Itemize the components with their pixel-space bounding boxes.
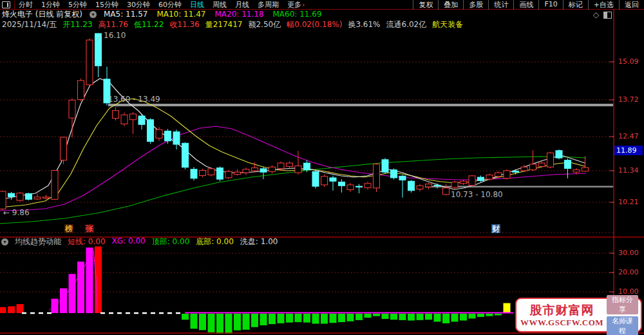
stock-dropdown-icon[interactable]: ▾: [90, 11, 97, 18]
quote-field: 量217417: [205, 19, 243, 28]
chart-title-row: 烽火电子 (日线 前复权) ▾ MA5: 11.57MA10: 11.47MA2…: [2, 10, 322, 19]
price-axis-label: 15.09: [618, 57, 639, 66]
nav-button-+自选[interactable]: +自选: [588, 0, 619, 10]
quote-field: 额2.50亿: [248, 19, 281, 28]
watermark-title: 股市财富网: [520, 303, 603, 318]
nav-button-F10[interactable]: F10: [538, 0, 562, 10]
ma-label: MA10: 11.47: [156, 10, 205, 19]
chart-annotation: 16.10: [104, 31, 126, 40]
indicator-value-label: 底部: 0.00: [196, 236, 234, 247]
indicator-header: ▾ 均线趋势动能 短线: 0.00XG: 0.00顶部: 0.00底部: 0.0…: [1, 238, 278, 246]
indicator-collapse-icon[interactable]: ▾: [1, 238, 8, 245]
quote-field: 流通6.02亿: [386, 19, 427, 28]
tab-周线[interactable]: 周线: [213, 0, 227, 10]
period-tabs: 分时1分钟5分钟15分钟30分钟60分钟日线周线月线多周期更多›: [19, 0, 305, 10]
nav-button-多股[interactable]: 多股: [463, 0, 488, 10]
chart-annotation: 10.73 - 10.80: [451, 190, 503, 199]
toolbar-buttons: 复权叠加多股统计画线F10标记+自选返回: [413, 0, 644, 10]
event-marker[interactable]: 榜: [64, 224, 73, 233]
price-axis-label: 13.72: [618, 95, 639, 104]
indicator-value-label: 洗盘: 1.00: [240, 236, 278, 247]
resistance-band: [108, 104, 613, 106]
tab-5分钟[interactable]: 5分钟: [68, 0, 87, 10]
toolbar-divider: [14, 1, 15, 9]
diamond-icon[interactable]: ◇: [593, 11, 599, 19]
watermark-text: 股市财富网 WWW.GSCFW.COM: [520, 303, 603, 328]
trading-app-window: 分时1分钟5分钟15分钟30分钟60分钟日线周线月线多周期更多› 复权叠加多股统…: [0, 0, 644, 335]
quote-info-row: 2025/11/14/五开11.23高11.76低11.22收11.36量217…: [2, 19, 463, 28]
stock-title: 烽火电子 (日线 前复权): [2, 9, 82, 20]
quote-field: 开11.23: [62, 19, 92, 28]
indicator-value-label: 短线: 0.00: [68, 236, 106, 247]
current-price-badge: 11.89: [614, 146, 643, 155]
chart-annotation: ← 9.86: [3, 208, 30, 217]
nav-button-画线[interactable]: 画线: [513, 0, 538, 10]
event-marker[interactable]: 张: [85, 224, 94, 233]
nav-button-叠加[interactable]: 叠加: [438, 0, 463, 10]
ma-label: MA60: 11.69: [273, 10, 322, 19]
price-axis-label: 20.00: [618, 268, 639, 276]
split-window-icon[interactable]: [603, 12, 612, 19]
watermark-badge-teacher-course: 名师课程: [607, 316, 638, 335]
quote-field: 幅0.02(0.18%): [287, 19, 342, 28]
quote-field: 低11.22: [134, 19, 164, 28]
indicator-histogram: [0, 246, 511, 334]
indicator-value-label: XG: 0.00: [112, 236, 146, 247]
ma-line-ma5: [0, 79, 585, 200]
price-axis-label: 12.47: [618, 132, 639, 140]
quote-field: 高11.76: [99, 19, 128, 28]
ma-label: MA20: 11.18: [214, 10, 263, 19]
indicator-name[interactable]: 均线趋势动能: [15, 236, 61, 247]
nav-button-标记[interactable]: 标记: [563, 0, 588, 10]
tab-月线[interactable]: 月线: [235, 0, 249, 10]
tab-分时[interactable]: 分时: [19, 0, 33, 10]
nav-button-统计[interactable]: 统计: [488, 0, 513, 10]
watermark-badge-indicator-share: 指标分享: [607, 295, 638, 314]
tab-60分钟[interactable]: 60分钟: [158, 0, 182, 10]
watermark-ad[interactable]: 股市财富网 WWW.GSCFW.COM 指标分享 名师课程: [515, 298, 642, 332]
tab-15分钟[interactable]: 15分钟: [95, 0, 118, 10]
nav-button-复权[interactable]: 复权: [413, 0, 438, 10]
period-toolbar: 分时1分钟5分钟15分钟30分钟60分钟日线周线月线多周期更多› 复权叠加多股统…: [0, 0, 644, 10]
screen-layout-icon[interactable]: [2, 1, 10, 8]
more-arrow-icon: ›: [302, 1, 305, 9]
ma-legend: MA5: 11.57MA10: 11.47MA20: 11.18MA60: 11…: [104, 10, 322, 19]
nav-button-返回[interactable]: 返回: [619, 0, 644, 10]
tab-更多[interactable]: 更多›: [287, 0, 305, 10]
price-axis-label: 11.34: [618, 166, 639, 175]
price-axis-label: 10.21: [618, 198, 639, 206]
indicator-value-label: 顶部: 0.00: [152, 236, 190, 247]
chart-annotation: 13.60 - 13.49: [108, 95, 160, 104]
watermark-url: WWW.GSCFW.COM: [520, 318, 603, 328]
tab-1分钟[interactable]: 1分钟: [41, 0, 60, 10]
tab-30分钟[interactable]: 30分钟: [127, 0, 150, 10]
indicator-values: 短线: 0.00XG: 0.00顶部: 0.00底部: 0.00洗盘: 1.00: [68, 236, 278, 247]
tab-多周期[interactable]: 多周期: [258, 0, 279, 10]
candlesticks: [0, 34, 589, 211]
quote-field: 换3.61%: [348, 19, 380, 28]
quote-field: 航天装备: [432, 19, 463, 28]
quote-field: 2025/11/14/五: [2, 19, 57, 28]
price-axis-label: 30.00: [618, 249, 639, 257]
ma-label: MA5: 11.57: [104, 10, 147, 19]
chart-canvas[interactable]: [0, 0, 644, 335]
event-marker[interactable]: 财: [491, 224, 500, 233]
quote-field: 收11.36: [169, 19, 199, 28]
watermark-badges: 指标分享 名师课程: [607, 295, 638, 335]
tab-日线[interactable]: 日线: [190, 0, 204, 10]
chart-corner-icons: ◇: [593, 11, 612, 19]
